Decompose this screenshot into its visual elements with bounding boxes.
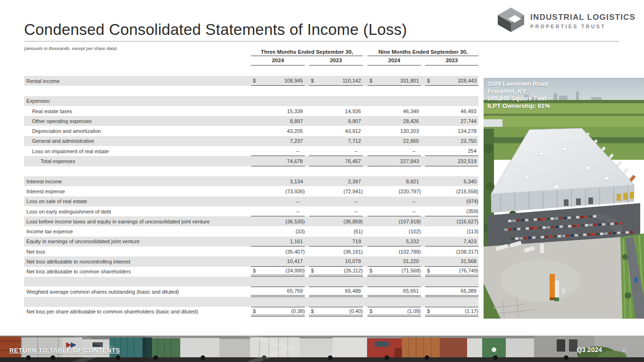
table-row: Net loss(35,407)(36,191)(102,788)(108,31… [24, 247, 478, 256]
value-cell: 76,457 [309, 156, 363, 166]
value-cell: – [251, 146, 305, 156]
dollar-sign: $ [369, 78, 372, 83]
value-cell: – [309, 197, 363, 206]
row-label: Depreciation and amortization [24, 128, 251, 134]
value-cell [309, 96, 363, 106]
cell-value: 7,237 [290, 138, 305, 144]
table-row: Net loss attributable to common sharehol… [24, 267, 478, 277]
cell-value: (0.40) [349, 308, 363, 314]
value-cell [425, 277, 478, 287]
row-label: Net loss [24, 249, 251, 255]
cell-value: 76,457 [345, 158, 363, 164]
value-cell: – [309, 146, 363, 156]
value-cell: 10,417 [251, 256, 305, 266]
value-cell: 46,493 [425, 106, 478, 116]
cell-value: (359) [466, 208, 478, 214]
dollar-sign: $ [427, 308, 430, 314]
value-cell: (215,558) [425, 186, 478, 196]
value-cell: (36,535) [251, 216, 305, 226]
value-cell: (102) [368, 226, 421, 236]
value-cell [425, 166, 478, 176]
property-ownership: ILPT Ownership: 61% [487, 102, 550, 110]
cell-value: 5,340 [463, 179, 478, 184]
value-cell: $331,801 [368, 76, 421, 86]
logo-cube-icon [496, 7, 526, 35]
cell-value: – [296, 208, 305, 214]
table-row: Loss on impairment of real estate–––254 [24, 146, 478, 156]
table-row: Interest income3,1342,3978,9215,340 [24, 176, 478, 186]
table-body: Rental income$108,945$110,142$331,801$32… [24, 76, 478, 317]
aerial-warehouse-illustration [484, 78, 644, 319]
table-row: Real estate taxes15,33914,92646,34946,49… [24, 106, 478, 116]
cell-value: – [412, 208, 421, 214]
table-spacer-row [24, 297, 478, 307]
value-cell: 8,921 [368, 176, 421, 186]
cell-value: – [354, 148, 363, 154]
cell-value: 5,232 [406, 239, 421, 244]
return-to-toc-link[interactable]: RETURN TO TABLE OF CONTENTS [9, 347, 120, 354]
cell-value: (36,191) [343, 249, 363, 255]
cell-value: 22,865 [403, 138, 421, 144]
company-logo: INDUSTRIAL LOGISTICS PROPERTIES TRUST [496, 7, 636, 35]
value-cell [309, 277, 363, 287]
cell-value: (220,797) [399, 189, 421, 194]
table-row: Loss on sale of real estate–––(974) [24, 197, 478, 206]
table-spacer-row [24, 166, 478, 176]
table-row: Loss before income taxes and equity in e… [24, 216, 478, 226]
value-cell: (36,191) [309, 247, 363, 256]
table-row: Expenses: [24, 96, 478, 106]
cell-value: (0.38) [291, 308, 305, 314]
cell-value: 65,769 [287, 288, 305, 294]
value-cell: 227,843 [368, 156, 421, 166]
value-cell: (107,918) [368, 216, 421, 226]
cell-value: 328,443 [458, 78, 478, 83]
cell-value: (72,941) [343, 189, 363, 194]
table-row: Depreciation and amortization43,20543,91… [24, 126, 478, 136]
value-cell: $(1.17) [425, 307, 478, 317]
dollar-sign: $ [427, 78, 430, 83]
cell-value: 110,142 [343, 78, 363, 83]
value-cell: 27,744 [425, 116, 478, 126]
cell-value: 10,417 [287, 258, 305, 264]
value-cell: 7,712 [309, 136, 363, 146]
value-cell: 28,426 [368, 116, 421, 126]
row-label: Other operating expenses [24, 118, 251, 124]
value-cell: 719 [309, 237, 363, 247]
title-divider [24, 41, 619, 41]
value-cell [368, 277, 421, 287]
value-cell: $(1.09) [368, 307, 421, 317]
row-label: Rental income [24, 78, 251, 84]
value-cell: 254 [425, 146, 478, 156]
value-cell: 3,134 [251, 176, 305, 186]
value-cell: (72,941) [309, 186, 363, 196]
cell-value: (36,535) [285, 219, 305, 224]
value-cell: – [251, 206, 305, 216]
cell-value: – [354, 198, 363, 204]
value-cell [309, 297, 363, 307]
cell-value: (33) [295, 229, 305, 234]
cell-value: 27,744 [460, 118, 478, 124]
value-cell: (35,407) [251, 247, 305, 256]
value-cell: 1,161 [251, 237, 305, 247]
value-cell: $(0.38) [251, 307, 305, 317]
cell-value: 46,349 [403, 108, 421, 114]
value-cell: (51) [309, 226, 363, 236]
income-statement-table: Three Months Ended September 30, Nine Mo… [24, 49, 478, 317]
presentation-slide: Condensed Consolidated Statements of Inc… [0, 0, 644, 362]
cell-value: (974) [466, 198, 478, 204]
dollar-sign: $ [311, 78, 314, 83]
value-cell: 22,865 [368, 136, 421, 146]
value-cell: 134,278 [425, 126, 478, 136]
table-row: Loss on early extinguishment of debt–––(… [24, 206, 478, 216]
dollar-sign: $ [311, 268, 314, 273]
value-cell: 232,519 [425, 156, 478, 166]
cell-value: (24,990) [285, 268, 305, 273]
cell-value: 46,493 [460, 108, 478, 114]
property-address: 1509 Leestown Road [487, 80, 550, 88]
table-row: Interest expense(73,936)(72,941)(220,797… [24, 186, 478, 196]
logo-line2: PROPERTIES TRUST [530, 24, 636, 29]
value-cell: 15,339 [251, 106, 305, 116]
row-label: Loss before income taxes and equity in e… [24, 219, 251, 224]
value-cell [425, 297, 478, 307]
value-cell [425, 96, 478, 106]
